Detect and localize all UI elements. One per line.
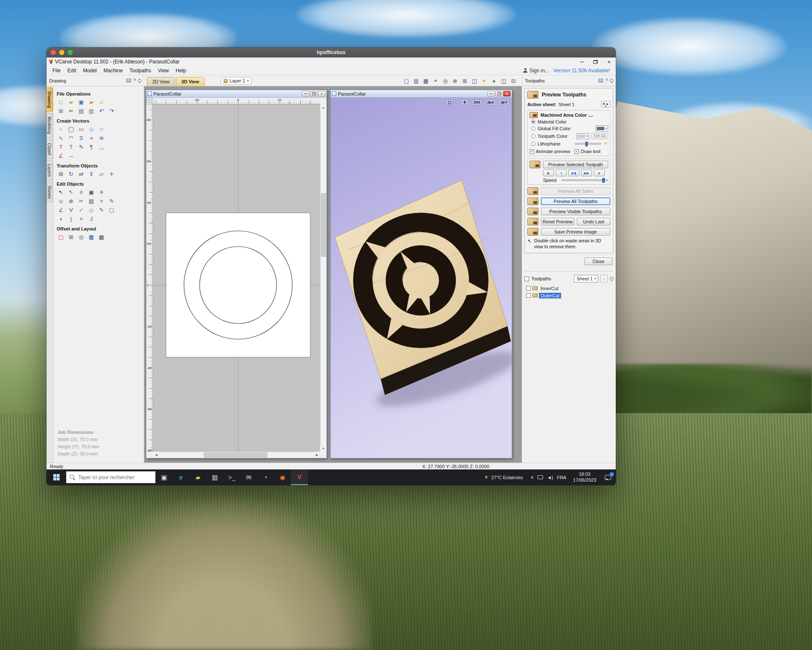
draw-rectangle-icon[interactable]: ▭ <box>77 125 85 133</box>
distort-icon[interactable]: ▱ <box>97 170 106 178</box>
draw-circle-icon[interactable]: ○ <box>57 125 65 133</box>
minimize-button[interactable] <box>575 58 589 66</box>
save-file-icon[interactable]: ▣ <box>77 98 85 106</box>
tab-2d-view[interactable]: 2D View <box>147 77 175 86</box>
undo-icon[interactable]: ↶ <box>97 107 106 115</box>
drawing-canvas-2d[interactable] <box>153 104 320 452</box>
language-indicator[interactable]: FRA <box>557 475 566 480</box>
circular-copy-icon[interactable]: ◎ <box>77 233 85 241</box>
text-edit-icon[interactable]: ✎ <box>77 143 85 151</box>
tab-3d-view[interactable]: 3D View <box>176 77 205 86</box>
text-select-icon[interactable]: T <box>67 143 75 151</box>
array-copy-icon[interactable]: ⊞ <box>67 233 75 241</box>
preview-all-toolpaths-button[interactable]: Preview All Toolpaths <box>541 197 610 205</box>
dock-panel-icon[interactable] <box>126 79 131 82</box>
offset-vectors-icon[interactable]: ▢ <box>57 233 65 241</box>
move-up-button[interactable]: ↑ <box>600 275 608 282</box>
fit-curve-icon[interactable]: ≈ <box>87 134 96 142</box>
tray-expand-icon[interactable]: ∧ <box>530 474 534 480</box>
scrollbar-thumb[interactable] <box>204 453 267 458</box>
scroll-left-icon[interactable]: ◀ <box>153 452 159 458</box>
knife-icon[interactable]: × <box>97 197 106 205</box>
quick-layout-icon[interactable]: # <box>77 188 85 196</box>
minimize-button[interactable] <box>302 91 309 96</box>
close-button[interactable]: × <box>602 58 616 66</box>
taskbar-clock[interactable]: 18:03 17/06/2023 <box>570 472 600 483</box>
mac-zoom-button[interactable] <box>68 50 73 55</box>
scroll-down-icon[interactable]: ▼ <box>320 445 326 452</box>
material-color-radio[interactable] <box>531 120 535 124</box>
run-to-end-button[interactable]: ▶▶ <box>581 170 592 176</box>
window-2d-titlebar[interactable]: ParasolCollar × <box>146 90 326 98</box>
group-icon[interactable]: ∪ <box>57 197 65 205</box>
restore-button[interactable] <box>589 58 602 66</box>
version-link[interactable]: Version 11.506 Available! <box>553 68 610 74</box>
set-all-button[interactable]: Set All <box>591 133 608 139</box>
canvas-3d-container[interactable]: ▢✛Z▾XZ▸XZ▸Y <box>331 98 512 458</box>
lithophane-slider[interactable] <box>575 143 601 145</box>
pin-icon[interactable] <box>609 277 614 281</box>
nest-parts-icon[interactable]: ▦ <box>87 233 96 241</box>
vcarve-tool-icon[interactable]: V <box>67 206 75 214</box>
erase-icon[interactable]: ▨ <box>87 197 96 205</box>
mac-titlebar[interactable]: hpoffic​ebox <box>47 47 616 58</box>
play-button[interactable]: ▶ <box>543 170 554 176</box>
draw-curve-icon[interactable]: S <box>77 134 85 142</box>
lithophane-radio[interactable] <box>531 142 535 146</box>
app-titlebar[interactable]: V VCarve Desktop 11.502 - (Erik Ableson)… <box>47 58 616 66</box>
close-button[interactable]: × <box>503 91 510 96</box>
chevron-tool-icon[interactable]: > <box>77 214 85 223</box>
align-selection-icon[interactable]: ▣ <box>87 188 96 196</box>
sheet-filter-select[interactable]: Sheet 1 ▾ <box>574 275 598 282</box>
layer-selector[interactable]: Layer 1 ▾ <box>221 77 252 85</box>
diamond-tool-icon[interactable]: ◇ <box>87 206 96 214</box>
layout-blocks-icon[interactable]: ▩ <box>97 233 106 241</box>
preview-visible-toolpaths-button[interactable]: Preview Visible Toolpaths <box>541 208 610 215</box>
draw-ellipse-icon[interactable]: ◯ <box>67 125 75 133</box>
scrollbar-thumb[interactable] <box>321 193 326 257</box>
toolpath-visibility-checkbox[interactable] <box>526 286 531 291</box>
open-recent-icon[interactable]: ▰ <box>87 98 96 106</box>
rotate-icon[interactable]: ↻ <box>67 170 75 178</box>
pencil-tool-icon[interactable]: ✎ <box>97 206 106 214</box>
preview-all-sides-button[interactable]: Preview All Sides <box>541 187 610 195</box>
dock-panel-icon[interactable] <box>598 79 603 82</box>
draw-dimension-icon[interactable]: ∠ <box>57 151 65 160</box>
save-preview-image-button[interactable]: Save Preview Image <box>541 228 610 236</box>
action-center-button[interactable]: 3 <box>600 469 616 485</box>
angle-tool-icon[interactable]: ∠ <box>57 206 65 214</box>
minimize-button[interactable] <box>487 91 494 96</box>
close-button[interactable]: × <box>318 91 325 96</box>
reset-preview-button[interactable]: Reset Preview <box>541 218 574 225</box>
hook-tool-icon[interactable]: J <box>87 214 96 223</box>
weather-widget[interactable]: ☀ 27°C Eclaircies <box>480 474 527 480</box>
validate-vectors-icon[interactable]: ✓ <box>77 206 85 214</box>
new-file-icon[interactable]: □ <box>57 98 65 106</box>
restore-button[interactable] <box>310 91 317 96</box>
copy-icon[interactable]: ▤ <box>77 107 85 115</box>
palette-icon[interactable] <box>601 101 610 107</box>
paste-icon[interactable]: ▥ <box>87 107 96 115</box>
horizontal-scrollbar[interactable]: ◀ ▶ <box>153 452 320 458</box>
import-vectors-icon[interactable]: ▱ <box>97 98 106 106</box>
toolpath-visibility-checkbox[interactable] <box>526 293 531 298</box>
toolpath-color-dropdown[interactable]: ▾ <box>576 133 589 139</box>
draw-star-icon[interactable]: ☆ <box>97 125 106 133</box>
close-panel-button[interactable]: Close <box>584 258 612 265</box>
mirror-icon[interactable]: ⇄ <box>77 170 85 178</box>
window-3d-titlebar[interactable]: ParasolCollar × <box>331 90 512 98</box>
draw-polygon-icon[interactable]: ◇ <box>87 125 96 133</box>
align-icon[interactable]: ✛ <box>107 170 116 178</box>
cut-icon[interactable]: ✂ <box>67 107 75 115</box>
network-icon[interactable] <box>538 475 543 479</box>
node-edit-icon[interactable]: ↖ <box>67 188 75 196</box>
mac-close-button[interactable] <box>51 50 56 55</box>
bracket-tool-icon[interactable]: } <box>67 214 75 223</box>
preview-selected-toolpath-button[interactable]: Preview Selected Toolpath <box>543 161 608 168</box>
draw-arc-icon[interactable]: ◠ <box>67 134 75 142</box>
draw-text-icon[interactable]: T <box>57 143 65 151</box>
animate-preview-checkbox[interactable]: ✓ <box>529 149 534 154</box>
restore-button[interactable] <box>495 91 502 96</box>
taskbar-search[interactable] <box>66 471 156 483</box>
smooth-brush-icon[interactable]: ✎ <box>107 197 116 205</box>
